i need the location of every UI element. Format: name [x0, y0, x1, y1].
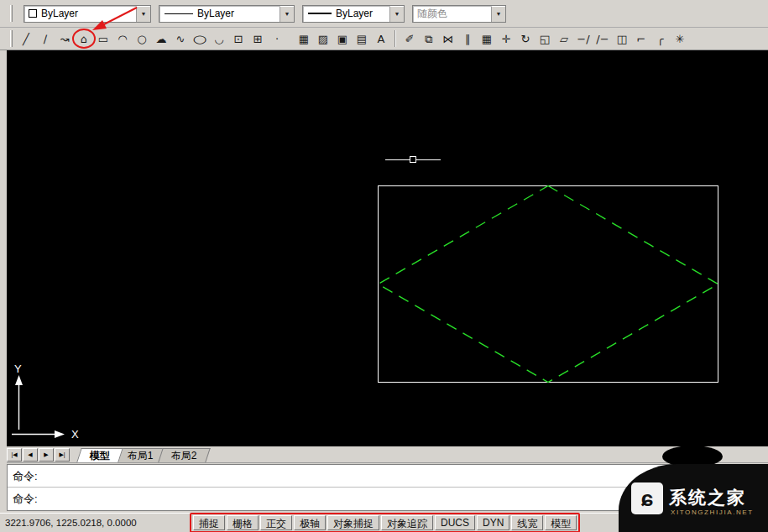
coordinate-readout[interactable]: 3221.9706, 1225.0218, 0.0000: [5, 518, 163, 528]
rectangle-icon[interactable]: ▭: [94, 29, 112, 48]
color-swatch: [29, 9, 37, 18]
draw-modify-toolbar: ╱ ∕ ↝ ⌂ ▭ ◠ ○ ☁ ∿ ○ ◡ ⊡ ⊞ · ▦ ▨ ▣ ▤ A ✐ …: [0, 28, 768, 50]
tab-nav-next[interactable]: ▶: [39, 448, 54, 462]
copy-icon[interactable]: ⧉: [420, 29, 438, 48]
tab-layout2[interactable]: 布局2: [158, 448, 210, 462]
ucs-y-label: Y: [14, 362, 22, 375]
text-icon[interactable]: A: [372, 29, 390, 48]
table-icon[interactable]: ▤: [353, 29, 371, 48]
lwt-toggle[interactable]: 线宽: [511, 515, 543, 530]
stretch-icon[interactable]: ▱: [555, 29, 573, 48]
polar-toggle[interactable]: 极轴: [294, 515, 326, 530]
construction-line-icon[interactable]: ∕: [36, 29, 55, 48]
color-combo[interactable]: ByLayer ▼: [24, 5, 151, 23]
line-icon[interactable]: ╱: [17, 29, 35, 48]
autocad-window: ByLayer ▼ ByLayer ▼ ByLayer ▼ 随颜色 ▼ ╱ ∕ …: [0, 0, 768, 532]
ucs-icon: Y X: [12, 362, 79, 441]
otrack-toggle[interactable]: 对象追踪: [381, 515, 433, 530]
viewport-rectangle: [379, 186, 718, 383]
lineweight-combo[interactable]: ByLayer ▼: [302, 5, 405, 23]
chevron-down-icon: ▼: [491, 6, 505, 22]
ortho-toggle[interactable]: 正交: [260, 515, 292, 530]
trim-icon[interactable]: −/: [574, 29, 593, 48]
linetype-combo[interactable]: ByLayer ▼: [159, 5, 295, 23]
ucs-x-label: X: [71, 428, 79, 441]
linetype-sample: [165, 13, 193, 14]
polyline-icon[interactable]: ↝: [55, 29, 74, 48]
tab-layout2-label: 布局2: [171, 449, 197, 463]
dashed-diamond: [379, 186, 718, 383]
insert-block-icon[interactable]: ⊡: [229, 29, 248, 48]
tab-nav-last[interactable]: ▶|: [55, 448, 70, 462]
fillet-icon[interactable]: ╭: [651, 29, 670, 48]
ellipse-glyph: ○: [192, 34, 206, 44]
tab-model[interactable]: 模型: [76, 448, 123, 462]
toolbar-grip[interactable]: [10, 5, 13, 22]
chevron-down-icon[interactable]: ▼: [280, 6, 294, 22]
layout-tabbar: |◀ ◀ ▶ ▶| 模型 布局1 布局2: [7, 446, 768, 463]
erase-icon[interactable]: ✐: [400, 29, 419, 48]
toolbar-separator: [394, 30, 396, 47]
drawing-canvas[interactable]: Y X: [7, 50, 768, 446]
gradient-icon[interactable]: ▨: [314, 29, 332, 48]
chamfer-icon[interactable]: ⌐: [632, 29, 650, 48]
linetype-combo-value: ByLayer: [193, 8, 280, 19]
polygon-icon[interactable]: ⌂: [75, 29, 93, 48]
make-block-icon[interactable]: ⊞: [248, 29, 267, 48]
watermark-logo: ɕ: [631, 482, 663, 514]
circle-icon[interactable]: ○: [133, 29, 151, 48]
arc-icon[interactable]: ◠: [113, 29, 132, 48]
tab-model-label: 模型: [90, 449, 110, 463]
hatch-icon[interactable]: ▦: [295, 29, 313, 48]
dyn-toggle[interactable]: DYN: [477, 515, 509, 530]
move-icon[interactable]: ✛: [497, 29, 515, 48]
tab-nav-prev[interactable]: ◀: [23, 448, 38, 462]
tab-layout1-label: 布局1: [128, 449, 154, 463]
ellipse-icon[interactable]: ○: [191, 29, 209, 48]
plotstyle-combo: 随颜色 ▼: [412, 5, 506, 23]
watermark: ɕ 系统之家 XITONGZHIJIA.NET: [619, 464, 768, 532]
osnap-toggle[interactable]: 对象捕捉: [327, 515, 379, 530]
spline-icon[interactable]: ∿: [171, 29, 190, 48]
color-combo-value: ByLayer: [37, 8, 136, 19]
snap-toggle[interactable]: 捕捉: [193, 515, 225, 530]
region-icon[interactable]: ▣: [333, 29, 352, 48]
offset-icon[interactable]: ∥: [458, 29, 477, 48]
mirror-icon[interactable]: ⋈: [439, 29, 457, 48]
lineweight-combo-value: ByLayer: [332, 8, 389, 19]
chevron-down-icon[interactable]: ▼: [136, 6, 150, 22]
break-icon[interactable]: ◫: [613, 29, 631, 48]
revision-cloud-icon[interactable]: ☁: [152, 29, 170, 48]
point-icon[interactable]: ·: [268, 29, 286, 48]
scale-icon[interactable]: ◱: [536, 29, 554, 48]
toolbar-grip[interactable]: [10, 30, 13, 47]
watermark-title: 系统之家: [669, 486, 746, 509]
lineweight-sample: [308, 13, 332, 14]
extend-icon[interactable]: /−: [593, 29, 612, 48]
explode-icon[interactable]: ✳: [671, 29, 689, 48]
rotate-icon[interactable]: ↻: [516, 29, 535, 48]
plotstyle-combo-value: 随颜色: [413, 7, 491, 21]
crosshair: [385, 157, 441, 163]
watermark-subtitle: XITONGZHIJIA.NET: [671, 509, 754, 516]
tab-nav-first[interactable]: |◀: [7, 448, 22, 462]
status-toggle-group: 捕捉 栅格 正交 极轴 对象捕捉 对象追踪 DUCS DYN 线宽 模型: [190, 513, 580, 532]
array-icon[interactable]: ▦: [478, 29, 496, 48]
ducs-toggle[interactable]: DUCS: [435, 515, 475, 530]
chevron-down-icon[interactable]: ▼: [389, 6, 404, 22]
grid-toggle[interactable]: 栅格: [227, 515, 259, 530]
model-toggle[interactable]: 模型: [545, 515, 577, 530]
ellipse-arc-icon[interactable]: ◡: [210, 29, 228, 48]
properties-toolbar: ByLayer ▼ ByLayer ▼ ByLayer ▼ 随颜色 ▼: [0, 0, 768, 28]
